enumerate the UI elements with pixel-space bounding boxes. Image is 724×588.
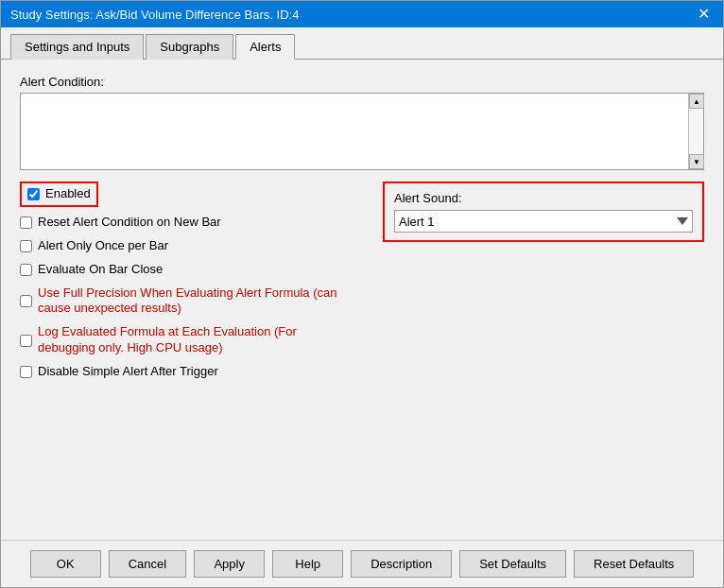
scrollbar: ▲ ▼ bbox=[688, 94, 703, 169]
title-bar: Study Settings: Ask/Bid Volume Differenc… bbox=[1, 1, 723, 27]
right-section: Alert Sound: Alert 1 Alert 2 Alert 3 Ale… bbox=[383, 182, 704, 388]
left-checkboxes: Enabled Reset Alert Condition on New Bar… bbox=[20, 182, 345, 388]
close-button[interactable]: ✕ bbox=[694, 7, 714, 22]
checkbox-full-precision-row: Use Full Precision When Evaluating Alert… bbox=[20, 285, 345, 318]
reset-defaults-button[interactable]: Reset Defaults bbox=[574, 550, 694, 578]
scroll-track bbox=[689, 109, 703, 154]
once-per-bar-label: Alert Only Once per Bar bbox=[38, 238, 168, 254]
content-area: Alert Condition: ▲ ▼ Enabled Reset Ale bbox=[1, 60, 723, 540]
full-precision-label: Use Full Precision When Evaluating Alert… bbox=[38, 285, 345, 318]
evaluate-label: Evaluate On Bar Close bbox=[38, 262, 163, 278]
reset-label: Reset Alert Condition on New Bar bbox=[38, 215, 221, 231]
ok-button[interactable]: OK bbox=[30, 550, 101, 578]
tabs-bar: Settings and Inputs Subgraphs Alerts bbox=[1, 27, 723, 60]
checkbox-reset-row: Reset Alert Condition on New Bar bbox=[20, 215, 345, 231]
checkbox-evaluate-row: Evaluate On Bar Close bbox=[20, 262, 345, 278]
log-evaluated-label: Log Evaluated Formula at Each Evaluation… bbox=[38, 324, 345, 356]
cancel-button[interactable]: Cancel bbox=[109, 550, 186, 578]
evaluate-checkbox[interactable] bbox=[20, 264, 32, 276]
alert-condition-label: Alert Condition: bbox=[20, 75, 704, 89]
enabled-label: Enabled bbox=[45, 186, 91, 202]
alert-condition-wrapper: ▲ ▼ bbox=[20, 93, 704, 170]
help-button[interactable]: Help bbox=[272, 550, 343, 578]
dialog-window: Study Settings: Ask/Bid Volume Differenc… bbox=[0, 0, 724, 588]
description-button[interactable]: Description bbox=[351, 550, 452, 578]
set-defaults-button[interactable]: Set Defaults bbox=[459, 550, 566, 578]
tab-alerts[interactable]: Alerts bbox=[235, 34, 295, 60]
alert-sound-group: Alert Sound: Alert 1 Alert 2 Alert 3 Ale… bbox=[383, 182, 704, 242]
bottom-buttons: OK Cancel Apply Help Description Set Def… bbox=[1, 540, 723, 587]
tab-settings-inputs[interactable]: Settings and Inputs bbox=[10, 34, 144, 60]
checkbox-log-evaluated-row: Log Evaluated Formula at Each Evaluation… bbox=[20, 324, 345, 356]
checkboxes-section: Enabled Reset Alert Condition on New Bar… bbox=[20, 182, 704, 388]
scroll-down-icon[interactable]: ▼ bbox=[689, 154, 704, 169]
enabled-checkbox[interactable] bbox=[27, 188, 40, 200]
full-precision-checkbox[interactable] bbox=[20, 295, 32, 307]
enabled-box: Enabled bbox=[20, 182, 98, 207]
once-per-bar-checkbox[interactable] bbox=[20, 240, 32, 252]
disable-simple-checkbox[interactable] bbox=[20, 366, 32, 378]
tab-subgraphs[interactable]: Subgraphs bbox=[146, 34, 233, 60]
alert-condition-input[interactable] bbox=[21, 94, 688, 169]
log-evaluated-checkbox[interactable] bbox=[20, 335, 32, 347]
window-title: Study Settings: Ask/Bid Volume Differenc… bbox=[10, 8, 299, 22]
alert-sound-label: Alert Sound: bbox=[394, 191, 693, 205]
checkbox-disable-simple-row: Disable Simple Alert After Trigger bbox=[20, 364, 345, 380]
alert-sound-select[interactable]: Alert 1 Alert 2 Alert 3 Alert 4 Alert 5 bbox=[394, 210, 693, 233]
reset-checkbox[interactable] bbox=[20, 216, 32, 229]
apply-button[interactable]: Apply bbox=[194, 550, 265, 578]
disable-simple-label: Disable Simple Alert After Trigger bbox=[38, 364, 218, 380]
scroll-up-icon[interactable]: ▲ bbox=[689, 94, 704, 109]
checkbox-once-per-bar-row: Alert Only Once per Bar bbox=[20, 238, 345, 254]
